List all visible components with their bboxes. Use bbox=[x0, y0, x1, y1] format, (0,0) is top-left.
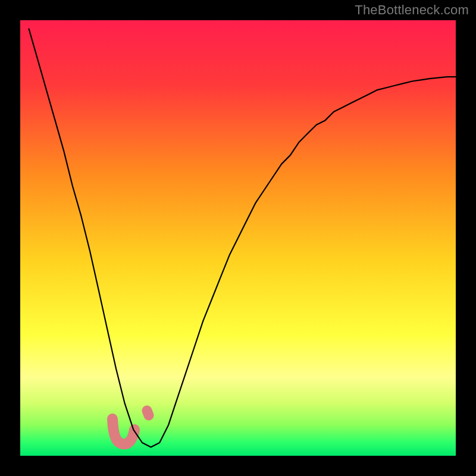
bottleneck-curve bbox=[29, 29, 456, 447]
chart-frame: TheBottleneck.com bbox=[0, 0, 476, 476]
highlight-markers bbox=[112, 411, 149, 444]
plot-area bbox=[20, 20, 456, 456]
highlight-marker bbox=[147, 411, 149, 415]
attribution-text: TheBottleneck.com bbox=[355, 2, 469, 18]
curve-layer bbox=[20, 20, 456, 456]
